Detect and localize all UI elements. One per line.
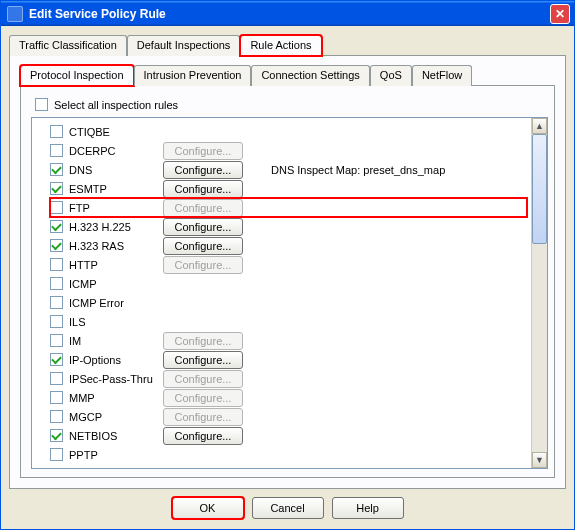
inspection-row: MMPConfigure... <box>50 388 527 407</box>
configure-button: Configure... <box>163 142 243 160</box>
app-icon <box>7 6 23 22</box>
scroll-track[interactable] <box>532 134 547 452</box>
inspection-checkbox[interactable] <box>50 182 63 195</box>
inspection-checkbox[interactable] <box>50 277 63 290</box>
inspection-row: DCERPCConfigure... <box>50 141 527 160</box>
inspection-list: CTIQBEDCERPCConfigure...DNSConfigure...D… <box>31 117 548 469</box>
inspection-label: ESMTP <box>69 183 163 195</box>
inspection-checkbox[interactable] <box>50 353 63 366</box>
configure-button[interactable]: Configure... <box>163 218 243 236</box>
close-button[interactable]: ✕ <box>550 4 570 24</box>
inspection-label: MMP <box>69 392 163 404</box>
inspection-checkbox[interactable] <box>50 296 63 309</box>
tab-qos[interactable]: QoS <box>370 65 412 86</box>
inspection-row: MGCPConfigure... <box>50 407 527 426</box>
inspection-checkbox[interactable] <box>50 448 63 461</box>
inspection-checkbox[interactable] <box>50 391 63 404</box>
inspection-row: CTIQBE <box>50 122 527 141</box>
inspection-list-items: CTIQBEDCERPCConfigure...DNSConfigure...D… <box>32 118 531 468</box>
configure-button[interactable]: Configure... <box>163 237 243 255</box>
inspection-label: CTIQBE <box>69 126 163 138</box>
inspection-label: NETBIOS <box>69 430 163 442</box>
inspection-row: DNSConfigure...DNS Inspect Map: preset_d… <box>50 160 527 179</box>
inspection-row: FTPConfigure... <box>50 198 527 217</box>
configure-button[interactable]: Configure... <box>163 161 243 179</box>
configure-button[interactable]: Configure... <box>163 351 243 369</box>
inner-tabstrip: Protocol Inspection Intrusion Prevention… <box>20 65 555 86</box>
inspection-row: IMConfigure... <box>50 331 527 350</box>
inspection-row: ILS <box>50 312 527 331</box>
tab-rule-actions[interactable]: Rule Actions <box>240 35 321 56</box>
scroll-up-button[interactable]: ▲ <box>532 118 547 134</box>
inspection-checkbox[interactable] <box>50 201 63 214</box>
inspection-row: H.323 RASConfigure... <box>50 236 527 255</box>
inspection-checkbox[interactable] <box>50 258 63 271</box>
select-all-row: Select all inspection rules <box>31 94 548 117</box>
help-button[interactable]: Help <box>332 497 404 519</box>
inspection-label: H.323 H.225 <box>69 221 163 233</box>
dialog-window: Edit Service Policy Rule ✕ Traffic Class… <box>0 0 575 530</box>
tab-netflow[interactable]: NetFlow <box>412 65 472 86</box>
inspection-label: IM <box>69 335 163 347</box>
inspection-checkbox[interactable] <box>50 410 63 423</box>
inspection-label: FTP <box>69 202 163 214</box>
scrollbar[interactable]: ▲ ▼ <box>531 118 547 468</box>
cancel-button[interactable]: Cancel <box>252 497 324 519</box>
inspection-row: PPTP <box>50 445 527 464</box>
configure-button: Configure... <box>163 199 243 217</box>
configure-button: Configure... <box>163 408 243 426</box>
inspection-row: IPSec-Pass-ThruConfigure... <box>50 369 527 388</box>
inspection-label: DCERPC <box>69 145 163 157</box>
inspection-row: HTTPConfigure... <box>50 255 527 274</box>
outer-tabpanel: Protocol Inspection Intrusion Prevention… <box>9 55 566 489</box>
titlebar: Edit Service Policy Rule ✕ <box>1 1 574 26</box>
inspection-row: H.323 H.225Configure... <box>50 217 527 236</box>
inspection-label: HTTP <box>69 259 163 271</box>
inspection-checkbox[interactable] <box>50 163 63 176</box>
tab-intrusion-prevention[interactable]: Intrusion Prevention <box>134 65 252 86</box>
configure-button: Configure... <box>163 370 243 388</box>
ok-button[interactable]: OK <box>172 497 244 519</box>
configure-button: Configure... <box>163 256 243 274</box>
inspection-checkbox[interactable] <box>50 239 63 252</box>
inspection-checkbox[interactable] <box>50 220 63 233</box>
inspection-checkbox[interactable] <box>50 429 63 442</box>
select-all-label: Select all inspection rules <box>54 99 178 111</box>
inspection-label: ICMP <box>69 278 163 290</box>
inspection-label: DNS <box>69 164 163 176</box>
configure-button[interactable]: Configure... <box>163 427 243 445</box>
inspection-label: PPTP <box>69 449 163 461</box>
inspection-label: IP-Options <box>69 354 163 366</box>
inspection-row: ICMP <box>50 274 527 293</box>
inspection-checkbox[interactable] <box>50 315 63 328</box>
select-all-checkbox[interactable] <box>35 98 48 111</box>
inspection-note: DNS Inspect Map: preset_dns_map <box>271 164 445 176</box>
inspection-checkbox[interactable] <box>50 144 63 157</box>
inspection-checkbox[interactable] <box>50 334 63 347</box>
configure-button[interactable]: Configure... <box>163 180 243 198</box>
scroll-down-button[interactable]: ▼ <box>532 452 547 468</box>
inspection-label: MGCP <box>69 411 163 423</box>
outer-tabstrip: Traffic Classification Default Inspectio… <box>9 35 566 56</box>
scroll-thumb[interactable] <box>532 134 547 244</box>
inspection-label: H.323 RAS <box>69 240 163 252</box>
close-icon: ✕ <box>555 7 565 21</box>
inner-tabpanel: Select all inspection rules CTIQBEDCERPC… <box>20 85 555 478</box>
inspection-label: ICMP Error <box>69 297 163 309</box>
inspection-row: ESMTPConfigure... <box>50 179 527 198</box>
window-title: Edit Service Policy Rule <box>29 7 550 21</box>
configure-button: Configure... <box>163 389 243 407</box>
inspection-row: ICMP Error <box>50 293 527 312</box>
inspection-checkbox[interactable] <box>50 372 63 385</box>
tab-protocol-inspection[interactable]: Protocol Inspection <box>20 65 134 86</box>
tab-connection-settings[interactable]: Connection Settings <box>251 65 369 86</box>
dialog-body: Traffic Classification Default Inspectio… <box>1 26 574 529</box>
inspection-row: NETBIOSConfigure... <box>50 426 527 445</box>
inspection-checkbox[interactable] <box>50 125 63 138</box>
inspection-label: ILS <box>69 316 163 328</box>
configure-button: Configure... <box>163 332 243 350</box>
tab-default-inspections[interactable]: Default Inspections <box>127 35 241 56</box>
inspection-row: IP-OptionsConfigure... <box>50 350 527 369</box>
dialog-footer: OK Cancel Help <box>9 489 566 523</box>
tab-traffic-classification[interactable]: Traffic Classification <box>9 35 127 56</box>
